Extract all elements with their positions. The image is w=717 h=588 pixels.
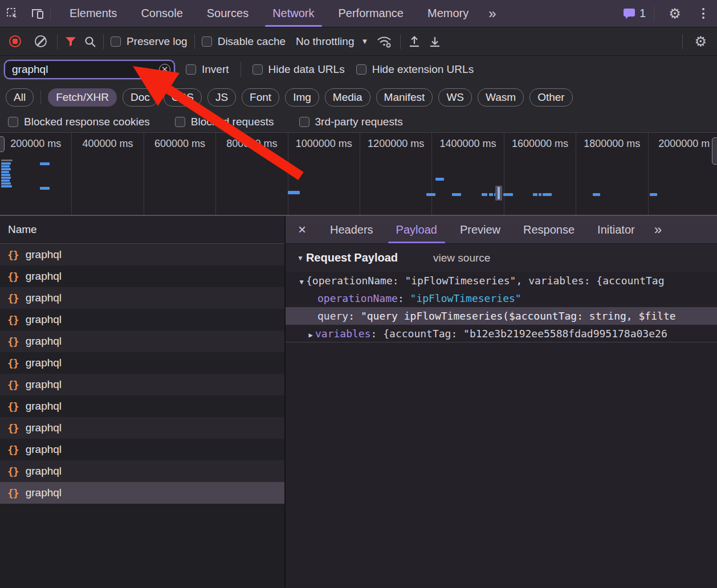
search-icon[interactable]: [84, 35, 96, 48]
disable-cache-checkbox[interactable]: Disable cache: [202, 35, 286, 48]
request-row[interactable]: {} graphql: [0, 309, 284, 330]
kebab-menu-icon[interactable]: [695, 8, 711, 19]
type-chip[interactable]: Media: [325, 88, 370, 107]
payload-operation-row[interactable]: operationName: "ipFlowTimeseries": [286, 289, 717, 307]
blocked-requests-label: Blocked requests: [191, 116, 274, 128]
request-row[interactable]: {} graphql: [0, 417, 284, 439]
request-payload-section-header[interactable]: ▼ Request Payload view source: [286, 244, 717, 272]
panel-tab[interactable]: Memory: [415, 0, 480, 27]
more-detail-tabs-chevron-icon[interactable]: »: [646, 216, 670, 243]
waterfall-bar: [533, 193, 537, 196]
panel-tab[interactable]: Performance: [327, 0, 416, 27]
device-toolbar-icon[interactable]: [25, 0, 50, 27]
timeline-tick-label: 800000 ms: [226, 138, 277, 150]
section-title: Request Payload: [306, 251, 398, 264]
type-chip[interactable]: WS: [438, 88, 472, 107]
panel-tabs: Elements Console Sources Network Perform…: [58, 0, 480, 27]
type-chip[interactable]: Img: [285, 88, 319, 107]
type-chip[interactable]: Wasm: [478, 88, 524, 107]
request-row[interactable]: {} graphql: [0, 244, 284, 266]
record-network-log-button[interactable]: [9, 35, 21, 47]
hide-extension-urls-checkbox[interactable]: Hide extension URLs: [356, 63, 474, 76]
panel-tab-label: Sources: [207, 7, 248, 20]
network-conditions-icon[interactable]: [375, 35, 393, 48]
request-name: graphql: [26, 248, 62, 261]
invert-checkbox[interactable]: Invert: [186, 63, 229, 76]
type-chip[interactable]: Doc: [123, 88, 158, 107]
overview-right-handle[interactable]: [712, 137, 717, 165]
more-tabs-chevron-icon[interactable]: »: [480, 0, 504, 27]
view-source-link[interactable]: view source: [433, 252, 490, 264]
third-party-requests-checkbox[interactable]: 3rd-party requests: [299, 116, 403, 128]
throttling-dropdown[interactable]: No throttling ▼: [296, 35, 368, 48]
detail-tab[interactable]: Headers: [319, 216, 385, 243]
hide-data-urls-label: Hide data URLs: [268, 63, 345, 76]
waterfall-bar: [543, 193, 552, 196]
clear-network-log-icon[interactable]: [35, 35, 47, 47]
detail-tab[interactable]: Payload: [385, 216, 449, 243]
clear-filter-icon[interactable]: ✕: [159, 64, 170, 75]
export-har-icon[interactable]: [428, 35, 442, 48]
panel-tab[interactable]: Sources: [195, 0, 260, 27]
type-chip[interactable]: Fetch/XHR: [48, 88, 117, 107]
network-overview-timeline[interactable]: 200000 ms 400000 ms 600000 ms 800000 ms …: [0, 133, 717, 216]
key-separator: :: [398, 292, 410, 304]
waterfall-bar: [452, 193, 461, 196]
checkbox[interactable]: [356, 64, 366, 75]
detail-tab[interactable]: Preview: [449, 216, 512, 243]
name-column-header[interactable]: Name: [0, 216, 284, 244]
checkbox[interactable]: [252, 64, 263, 75]
type-chip[interactable]: CSS: [164, 88, 202, 107]
checkbox[interactable]: [8, 117, 18, 127]
filter-input[interactable]: [5, 60, 174, 79]
console-messages-button[interactable]: 1: [623, 7, 646, 20]
panel-tab[interactable]: Console: [129, 0, 194, 27]
divider: [400, 34, 401, 49]
timeline-tick-label: 2000000 m: [658, 138, 710, 150]
request-row[interactable]: {} graphql: [0, 395, 284, 417]
checkbox[interactable]: [202, 36, 212, 47]
expanded-triangle-icon[interactable]: ▼: [297, 273, 306, 289]
collapsed-triangle-icon[interactable]: ▶: [306, 326, 315, 342]
detail-tab[interactable]: Response: [512, 216, 586, 243]
checkbox[interactable]: [186, 64, 196, 75]
request-row[interactable]: {} graphql: [0, 482, 284, 504]
checkbox[interactable]: [299, 117, 309, 127]
request-row[interactable]: {} graphql: [0, 266, 284, 287]
request-row[interactable]: {} graphql: [0, 374, 284, 395]
type-chip[interactable]: JS: [207, 88, 236, 107]
blocked-requests-checkbox[interactable]: Blocked requests: [175, 116, 274, 128]
close-details-icon[interactable]: ×: [286, 216, 319, 243]
detail-tab[interactable]: Initiator: [586, 216, 646, 243]
waterfall-bar: [1, 168, 11, 170]
hide-extension-urls-label: Hide extension URLs: [372, 63, 474, 76]
request-row[interactable]: {} graphql: [0, 287, 284, 309]
settings-gear-icon[interactable]: ⚙: [662, 6, 687, 22]
import-har-icon[interactable]: [408, 35, 421, 48]
request-row[interactable]: {} graphql: [0, 352, 284, 374]
type-chip[interactable]: Font: [242, 88, 279, 107]
timeline-tick-label: 400000 ms: [83, 138, 133, 150]
panel-tab[interactable]: Elements: [58, 0, 129, 27]
panel-tab-label: Console: [141, 7, 182, 20]
type-chip-all[interactable]: All: [6, 88, 34, 107]
request-row[interactable]: {} graphql: [0, 460, 284, 482]
type-chip[interactable]: Manifest: [376, 88, 433, 107]
inspect-element-icon[interactable]: [0, 0, 25, 27]
timeline-tick-label: 600000 ms: [154, 138, 205, 150]
payload-root-row[interactable]: ▼{operationName: "ipFlowTimeseries", var…: [286, 272, 717, 289]
blocked-response-cookies-checkbox[interactable]: Blocked response cookies: [8, 116, 150, 128]
network-settings-gear-icon[interactable]: ⚙: [690, 34, 711, 50]
checkbox[interactable]: [175, 117, 185, 127]
overview-left-handle[interactable]: [0, 136, 5, 152]
payload-variables-row[interactable]: ▶variables: {accountTag: "b12e3b2192ee55…: [286, 325, 717, 342]
type-chip[interactable]: Other: [529, 88, 573, 107]
preserve-log-checkbox[interactable]: Preserve log: [111, 35, 188, 48]
request-row[interactable]: {} graphql: [0, 330, 284, 352]
panel-tab[interactable]: Network: [260, 0, 326, 27]
checkbox[interactable]: [111, 36, 121, 47]
filter-funnel-icon[interactable]: [64, 35, 77, 48]
payload-query-row-selected[interactable]: query: "query ipFlowTimeseries($accountT…: [286, 307, 717, 325]
request-row[interactable]: {} graphql: [0, 439, 284, 460]
hide-data-urls-checkbox[interactable]: Hide data URLs: [252, 63, 345, 76]
